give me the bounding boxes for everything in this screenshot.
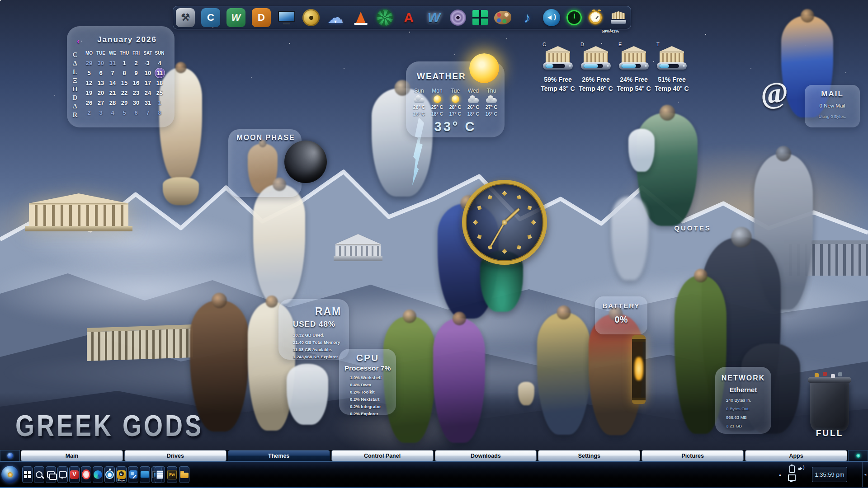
- drive-base: [619, 62, 649, 70]
- stopwatch-icon[interactable]: [104, 466, 115, 483]
- show-desktop-button[interactable]: ◂: [862, 462, 868, 487]
- tab-control-panel[interactable]: Control Panel: [331, 450, 434, 461]
- word-icon[interactable]: W: [425, 8, 443, 27]
- opera-icon-glyph: [82, 469, 90, 479]
- drive-e-meter[interactable]: E24% FreeTemp 54° C: [615, 38, 653, 95]
- wavelab-icon[interactable]: W: [226, 8, 245, 27]
- drive-free-label: 26% Free: [577, 76, 615, 83]
- mail-at-icon[interactable]: @: [759, 75, 790, 112]
- calendar-prev-button[interactable]: ‹: [77, 36, 80, 46]
- power-icon[interactable]: [566, 10, 582, 25]
- network-title: NETWORK: [715, 374, 771, 382]
- paint-palette-icon[interactable]: [494, 11, 511, 24]
- powerdvd-icon[interactable]: D: [252, 8, 271, 27]
- search-icon[interactable]: [34, 466, 44, 483]
- calendar-day: 31: [108, 58, 118, 68]
- vlc-icon[interactable]: [351, 8, 370, 27]
- tab-bar-right-cap[interactable]: [848, 450, 868, 461]
- calendar-day: 10: [143, 68, 153, 78]
- stat-line: 11.08 GB Available.: [293, 347, 340, 352]
- calendar-day: 4: [108, 108, 118, 117]
- mail-widget[interactable]: MAIL 0 New Mail Using 0 Bytes.: [805, 85, 860, 127]
- tab-bar-left-cap[interactable]: [0, 450, 20, 461]
- windows-icon[interactable]: [472, 10, 488, 25]
- acrobat-icon[interactable]: A: [399, 8, 418, 27]
- calendar-weekday: THU: [120, 51, 129, 56]
- clock-marker: [473, 220, 478, 225]
- network-widget[interactable]: NETWORK Ethernet 240 Bytes In.0 Bytes Ou…: [715, 367, 771, 434]
- weather-day-column: Wed26° C18° C: [464, 88, 482, 117]
- utilities-icon[interactable]: ⚒: [176, 8, 195, 27]
- system-meter-icon[interactable]: [609, 8, 628, 27]
- edge-icon[interactable]: [93, 466, 103, 483]
- search-icon-glyph: [36, 471, 42, 478]
- opera-icon[interactable]: [81, 466, 91, 483]
- calendar-day: 2: [132, 58, 141, 68]
- drive-t-meter[interactable]: T51% FreeTemp 40° C: [653, 38, 691, 95]
- drive-c-meter[interactable]: C59% FreeTemp 43° C: [539, 38, 577, 95]
- stopwatch-icon-glyph: [105, 470, 114, 479]
- tab-themes[interactable]: Themes: [228, 450, 330, 461]
- figure-head: [801, 9, 814, 23]
- usb-device-icon[interactable]: [789, 465, 795, 473]
- calendar-day: 3: [143, 58, 153, 68]
- start-orb[interactable]: [1, 466, 19, 483]
- network-stats: 240 Bytes In.0 Bytes Out.966.63 MB3.21 G…: [726, 398, 751, 432]
- quotes-title: QUOTES: [661, 224, 724, 232]
- chat-icon[interactable]: [57, 466, 68, 483]
- cpu-widget[interactable]: CPU Processor 7% 1.0% Workshelf0.4% Dwm0…: [339, 349, 396, 415]
- desktop-background[interactable]: ⚒CWDAW♪ 59%/41% ‹ January 2026 CΔLΞΠDΔR …: [0, 0, 868, 488]
- recycle-bin-icon[interactable]: [810, 380, 849, 431]
- film-reel-icon[interactable]: [302, 9, 320, 26]
- tab-main[interactable]: Main: [21, 450, 123, 461]
- cubase-icon[interactable]: C: [201, 8, 220, 27]
- volume-icon[interactable]: [543, 9, 560, 26]
- alarm-clock-icon[interactable]: [588, 10, 603, 25]
- tab-apps[interactable]: Apps: [745, 450, 847, 461]
- task-view-icon[interactable]: [46, 466, 56, 483]
- taskbar-icon-row: VPlayer: [1, 462, 162, 487]
- calendar-day: 8: [120, 68, 129, 78]
- tangle-icon[interactable]: [377, 9, 393, 26]
- blue-screen-icon[interactable]: [140, 466, 150, 483]
- drive-usage-fill: [659, 64, 669, 68]
- tab-drives[interactable]: Drives: [124, 450, 226, 461]
- stat-line: 0 Bytes Out.: [726, 406, 751, 411]
- tab-pictures[interactable]: Pictures: [642, 450, 744, 461]
- taskbar-clock[interactable]: 1:35:59 pm: [812, 467, 847, 482]
- drive-meters: C59% FreeTemp 43° CD26% FreeTemp 49° CE2…: [539, 38, 691, 95]
- drive-usage-bar: [545, 64, 565, 68]
- cloud-download-icon[interactable]: [326, 8, 345, 27]
- vivaldi-icon[interactable]: V: [69, 466, 80, 483]
- battery-widget[interactable]: BATTERY 0%: [595, 296, 647, 334]
- windows-logo-icon[interactable]: [22, 466, 33, 483]
- vivaldi-icon-glyph: V: [70, 470, 79, 479]
- weather-day-column: Thu27° C16° C: [482, 88, 500, 117]
- display-icon[interactable]: [277, 8, 296, 27]
- icon-label: Player: [117, 479, 126, 482]
- drive-d-meter[interactable]: D26% FreeTemp 49° C: [577, 38, 615, 95]
- analog-clock-widget[interactable]: [462, 180, 547, 265]
- moon-image: [284, 141, 327, 183]
- calendar-day: 2: [85, 108, 94, 117]
- calendar-widget[interactable]: ‹ January 2026 CΔLΞΠDΔR MOTUEWETHUFRISAT…: [67, 26, 175, 127]
- calendar-day: 13: [96, 78, 106, 88]
- media-player-icon-glyph: [117, 470, 126, 479]
- widgets-icon[interactable]: [128, 466, 138, 483]
- ram-widget[interactable]: RAM USED 48% 10.32 GB Used.21.40 GB Tota…: [278, 299, 349, 360]
- stat-line: 240 Bytes In.: [726, 398, 751, 403]
- music-note-icon[interactable]: ♪: [518, 8, 537, 27]
- notes-icon[interactable]: [155, 466, 165, 483]
- calendar-day: 6: [96, 68, 106, 78]
- tab-settings[interactable]: Settings: [538, 450, 640, 461]
- fireworks-icon[interactable]: Fw: [167, 466, 177, 483]
- tab-downloads[interactable]: Downloads: [435, 450, 537, 461]
- folder-icon[interactable]: [179, 466, 189, 483]
- weather-low-temp: 17° C: [449, 111, 461, 117]
- hidden-icons-arrow[interactable]: ▲: [778, 473, 782, 477]
- taskbar: VPlayer Fw ▲ ) 1:35:59 pm ◂: [0, 461, 868, 488]
- tray-volume-icon[interactable]: ): [798, 465, 806, 472]
- dvd-disc-icon[interactable]: [450, 9, 466, 26]
- tray-network-icon[interactable]: [788, 474, 796, 481]
- media-player-icon[interactable]: Player: [116, 466, 127, 483]
